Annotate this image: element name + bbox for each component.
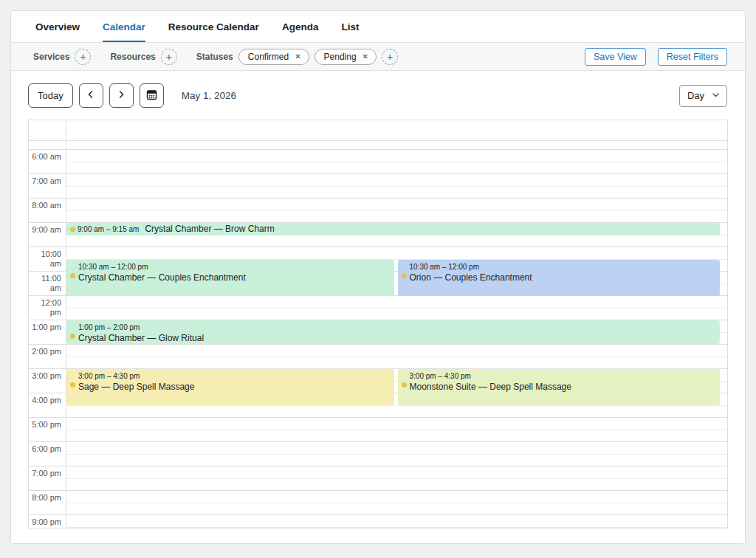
time-axis: 6:00 am7:00 am8:00 am9:00 am10:00 am11:0… [29, 150, 66, 528]
services-filter-label: Services [33, 52, 69, 62]
time-label: 7:00 pm [29, 469, 66, 478]
filter-bar: Services + Resources + Statuses Confirme… [11, 43, 745, 71]
event-title: Crystal Chamber — Glow Ritual [78, 333, 715, 344]
grid-header-corner [29, 120, 66, 140]
event-status-dot-icon [402, 273, 407, 278]
time-label: 6:00 am [29, 152, 66, 162]
time-label: 5:00 pm [29, 420, 66, 430]
day-column[interactable]: 9:00 am – 9:15 amCrystal Chamber — Brow … [66, 150, 727, 528]
all-day-lane[interactable] [66, 141, 727, 149]
time-label: 8:00 am [29, 201, 66, 210]
event-status-dot-icon [70, 273, 75, 278]
next-day-button[interactable] [109, 83, 134, 108]
event-title: Moonstone Suite — Deep Spell Massage [410, 382, 716, 393]
event-status-dot-icon [70, 382, 75, 388]
event-title: Sage — Deep Spell Massage [78, 382, 390, 393]
time-label: 11:00 am [29, 274, 66, 293]
tab-bar: Overview Calendar Resource Calendar Agen… [11, 11, 745, 43]
datepicker-button[interactable] [140, 83, 164, 108]
services-filter-group: Services + [33, 49, 91, 65]
event-time: 1:00 pm – 2:00 pm [78, 323, 715, 332]
resources-filter-label: Resources [110, 52, 155, 62]
event-time: 10:30 am – 12:00 pm [78, 262, 390, 272]
event-chip[interactable]: 3:00 pm – 4:30 pmMoonstone Suite — Deep … [398, 369, 721, 405]
view-select[interactable]: Day [679, 85, 727, 107]
event-chip[interactable]: 10:30 am – 12:00 pmCrystal Chamber — Cou… [66, 260, 394, 296]
statuses-filter-group: Statuses Confirmed ✕ Pending ✕ + [196, 49, 398, 65]
status-chip-pending[interactable]: Pending ✕ [315, 49, 377, 65]
event-time: 3:00 pm – 4:30 pm [78, 371, 390, 381]
statuses-filter-label: Statuses [196, 52, 233, 62]
tab-agenda[interactable]: Agenda [282, 11, 319, 42]
time-label: 12:00 pm [29, 298, 66, 317]
chevron-right-icon [117, 90, 126, 101]
time-label: 2:00 pm [29, 347, 66, 356]
prev-day-button[interactable] [79, 83, 103, 108]
resources-filter-group: Resources + [110, 49, 176, 65]
time-label: 6:00 pm [29, 444, 66, 454]
event-title: Crystal Chamber — Couples Enchantment [78, 272, 390, 283]
reset-filters-button[interactable]: Reset Filters [658, 48, 727, 66]
tab-resource-calendar[interactable]: Resource Calendar [168, 11, 259, 42]
status-chip-label: Pending [324, 52, 357, 62]
time-label: 4:00 pm [29, 396, 66, 405]
event-status-dot-icon [70, 334, 75, 339]
save-view-button[interactable]: Save View [585, 48, 646, 66]
booking-calendar-panel: Overview Calendar Resource Calendar Agen… [10, 10, 746, 544]
event-time: 9:00 am – 9:15 am [78, 224, 139, 234]
add-resource-filter-button[interactable]: + [161, 49, 177, 65]
calendar-icon [145, 89, 158, 103]
time-label: 9:00 am [29, 225, 66, 235]
event-chip[interactable]: 1:00 pm – 2:00 pmCrystal Chamber — Glow … [66, 320, 720, 344]
event-time: 3:00 pm – 4:30 pm [410, 371, 716, 381]
plus-icon: + [80, 52, 86, 62]
current-date-label: May 1, 2026 [182, 90, 236, 101]
day-column-header [66, 120, 727, 140]
plus-icon: + [387, 52, 393, 62]
grid-header-row [29, 120, 727, 141]
time-label: 3:00 pm [29, 371, 66, 381]
remove-chip-icon[interactable]: ✕ [362, 52, 368, 61]
today-button[interactable]: Today [28, 83, 73, 108]
day-view-grid: 6:00 am7:00 am8:00 am9:00 am10:00 am11:0… [28, 120, 728, 528]
chevron-left-icon [86, 90, 95, 101]
event-chip[interactable]: 3:00 pm – 4:30 pmSage — Deep Spell Massa… [66, 369, 394, 405]
tab-list[interactable]: List [341, 11, 359, 42]
event-title: Orion — Couples Enchantment [410, 272, 716, 283]
chevron-down-icon [712, 90, 720, 101]
plus-icon: + [166, 52, 172, 62]
time-label: 10:00 am [29, 249, 66, 269]
status-chip-confirmed[interactable]: Confirmed ✕ [238, 49, 309, 65]
time-label: 7:00 am [29, 176, 66, 186]
event-chip[interactable]: 10:30 am – 12:00 pmOrion — Couples Encha… [398, 260, 721, 296]
remove-chip-icon[interactable]: ✕ [295, 52, 300, 61]
status-chip-label: Confirmed [248, 52, 289, 62]
calendar-toolbar: Today May 1, 2026 Day [11, 71, 745, 120]
calendar-grid-section: 6:00 am7:00 am8:00 am9:00 am10:00 am11:0… [11, 120, 745, 543]
event-title: Crystal Chamber — Brow Charm [145, 224, 274, 235]
add-status-filter-button[interactable]: + [382, 49, 398, 65]
tab-overview[interactable]: Overview [35, 11, 80, 42]
all-day-row [29, 141, 727, 150]
all-day-corner [29, 141, 66, 149]
view-select-value: Day [687, 90, 704, 101]
event-status-dot-icon [402, 382, 407, 388]
add-service-filter-button[interactable]: + [75, 49, 91, 65]
time-label: 8:00 pm [29, 493, 66, 503]
event-status-dot-icon [70, 227, 75, 232]
event-time: 10:30 am – 12:00 pm [410, 262, 716, 272]
time-label: 1:00 pm [29, 323, 66, 332]
event-chip[interactable]: 9:00 am – 9:15 amCrystal Chamber — Brow … [66, 223, 720, 235]
time-label: 9:00 pm [29, 517, 66, 527]
time-grid-body: 6:00 am7:00 am8:00 am9:00 am10:00 am11:0… [29, 150, 727, 528]
tab-calendar[interactable]: Calendar [103, 11, 145, 42]
